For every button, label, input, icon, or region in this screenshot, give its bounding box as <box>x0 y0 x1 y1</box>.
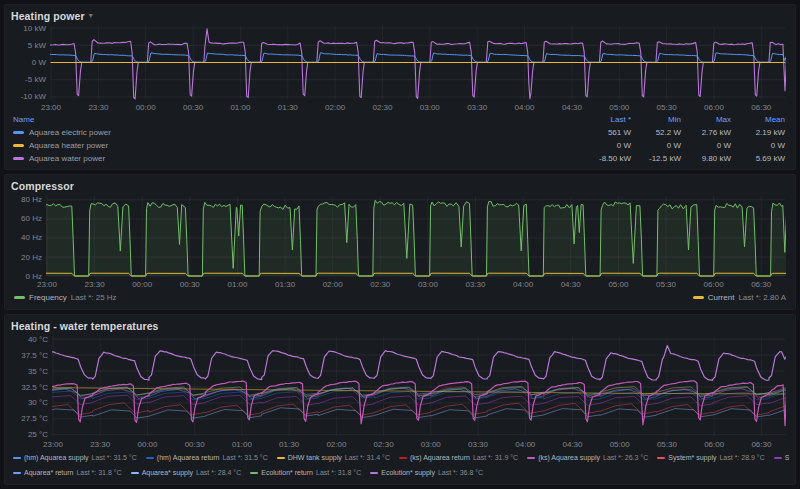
legend-column-min[interactable]: Min <box>631 115 681 124</box>
y-tick-label: 0 W <box>32 58 47 67</box>
y-tick-label: 37.5 °C <box>21 351 48 360</box>
series-color-marker <box>277 457 285 459</box>
legend-item[interactable]: CurrentLast *: 2.80 A <box>693 293 786 302</box>
panel-header-heating-power[interactable]: Heating power ▾ <box>11 8 789 23</box>
y-tick-label: -5 kW <box>25 75 46 84</box>
x-tick-label: 04:00 <box>515 440 536 449</box>
x-tick-label: 05:00 <box>608 280 629 289</box>
x-tick-label: 04:30 <box>561 280 582 289</box>
x-tick-label: 03:30 <box>467 103 488 112</box>
series-color-marker <box>13 472 21 474</box>
series-color-marker <box>131 472 139 474</box>
chevron-down-icon: ▾ <box>89 12 93 20</box>
series-name-text: Ecolution* supply <box>381 469 435 476</box>
series-name-text: Aquarea electric power <box>29 128 111 137</box>
series-name-text: (ks) Aquarea supply <box>538 454 600 461</box>
series-color-marker <box>13 157 24 160</box>
x-tick-label: 03:30 <box>465 280 486 289</box>
series-max-value: 2.76 kW <box>681 128 731 137</box>
series-name-text: Frequency <box>29 293 67 302</box>
compressor-chart[interactable]: 23:0023:3000:0000:3001:0001:3002:0002:30… <box>11 193 789 290</box>
series-color-marker <box>13 131 24 134</box>
x-tick-label: 05:00 <box>609 103 630 112</box>
series-name-text: Aquarea water power <box>29 154 105 163</box>
x-tick-label: 23:30 <box>85 280 106 289</box>
legend-series-name[interactable]: Aquarea water power <box>13 154 581 163</box>
series-last-value: Last *: 31.5 °C <box>222 454 267 461</box>
x-tick-label: 05:30 <box>657 440 678 449</box>
legend-item[interactable]: Ecolution* returnLast *: 31.8 °C <box>250 469 361 476</box>
series-color-marker <box>250 472 258 474</box>
x-tick-label: 06:00 <box>704 103 725 112</box>
heating-power-chart[interactable]: 23:0023:3000:0000:3001:0001:3002:0002:30… <box>11 23 789 113</box>
y-tick-label: 35 °C <box>28 367 48 376</box>
series-line <box>34 29 789 99</box>
x-tick-label: 04:30 <box>562 440 583 449</box>
legend-series-row[interactable]: Aquarea water power-8.50 kW-12.5 kW9.80 … <box>13 152 789 165</box>
series-max-value: 0 W <box>681 141 731 150</box>
y-tick-label: 10 kW <box>23 24 46 33</box>
x-tick-label: 03:00 <box>420 103 441 112</box>
x-tick-label: 00:30 <box>180 280 201 289</box>
x-tick-label: 23:30 <box>90 440 111 449</box>
temperatures-legend: (hm) Aquarea supplyLast *: 31.5 °C(hm) A… <box>11 450 789 480</box>
panel-header-compressor[interactable]: Compressor <box>11 178 789 193</box>
x-tick-label: 23:00 <box>41 103 62 112</box>
y-tick-label: -10 kW <box>21 92 47 101</box>
legend-column-mean[interactable]: Mean <box>731 115 789 124</box>
y-tick-label: 40 Hz <box>21 233 42 242</box>
series-name-text: (ks) Aquarea return <box>410 454 470 461</box>
legend-series-row[interactable]: Aquarea electric power561 W52.2 W2.76 kW… <box>13 126 789 139</box>
legend-column-last[interactable]: Last * <box>581 115 631 124</box>
legend-column-max[interactable]: Max <box>681 115 731 124</box>
legend-item[interactable]: (hm) Aquarea supplyLast *: 31.5 °C <box>13 454 137 461</box>
x-tick-label: 04:00 <box>514 103 535 112</box>
x-tick-label: 01:00 <box>227 280 248 289</box>
legend-item[interactable]: System* supplyLast *: 28.9 °C <box>657 454 764 461</box>
legend-item[interactable]: Aquarea* supplyLast *: 28.4 °C <box>131 469 242 476</box>
x-tick-label: 00:00 <box>132 280 153 289</box>
series-min-value: 0 W <box>631 141 681 150</box>
legend-item[interactable]: (ks) Aquarea returnLast *: 31.9 °C <box>399 454 518 461</box>
series-mean-value: 5.69 kW <box>731 154 789 163</box>
y-tick-label: 30 °C <box>28 398 48 407</box>
series-color-marker <box>693 296 704 299</box>
legend-series-name[interactable]: Aquarea electric power <box>13 128 581 137</box>
legend-item[interactable]: Ecolution* supplyLast *: 36.8 °C <box>370 469 483 476</box>
panel-water-temperatures: Heating - water temperatures 23:0023:300… <box>4 314 796 485</box>
series-name-text: Current <box>708 293 735 302</box>
temps-legend-row-1: (hm) Aquarea supplyLast *: 31.5 °C(hm) A… <box>13 450 789 465</box>
legend-item[interactable]: DHW tank supplyLast *: 31.4 °C <box>277 454 390 461</box>
series-name-text: Aquarea* return <box>24 469 73 476</box>
y-tick-label: 0 Hz <box>26 272 42 281</box>
legend-table: NameLast *MinMaxMeanAquarea electric pow… <box>11 113 789 165</box>
legend-item[interactable]: (hm) Aquarea returnLast *: 31.5 °C <box>146 454 268 461</box>
legend-item[interactable]: Aquarea* returnLast *: 31.8 °C <box>13 469 122 476</box>
series-color-marker <box>370 472 378 474</box>
series-mean-value: 0 W <box>731 141 789 150</box>
series-name-text: DHW tank supply <box>288 454 342 461</box>
series-color-marker <box>146 457 154 459</box>
legend-item[interactable]: FrequencyLast *: 25 Hz <box>14 293 117 302</box>
x-tick-label: 03:00 <box>418 280 439 289</box>
panel-compressor: Compressor 23:0023:3000:0000:3001:0001:3… <box>4 174 796 310</box>
temperatures-chart[interactable]: 23:0023:3000:0000:3001:0001:3002:0002:30… <box>11 333 789 450</box>
legend-series-row[interactable]: Aquarea heater power0 W0 W0 W0 W <box>13 139 789 152</box>
series-color-marker <box>13 144 24 147</box>
x-tick-label: 05:00 <box>610 440 631 449</box>
x-tick-label: 02:30 <box>370 280 391 289</box>
legend-item[interactable]: (ks) Aquarea supplyLast *: 26.3 °C <box>527 454 648 461</box>
x-tick-label: 02:30 <box>372 103 393 112</box>
panel-header-water-temperatures[interactable]: Heating - water temperatures <box>11 318 789 333</box>
x-tick-label: 02:00 <box>326 440 347 449</box>
x-tick-label: 23:00 <box>43 440 64 449</box>
x-tick-label: 00:30 <box>183 103 204 112</box>
legend-series-name[interactable]: Aquarea heater power <box>13 141 581 150</box>
series-name-text: Aquarea* supply <box>142 469 193 476</box>
legend-item[interactable]: System* returnLast *: 30.3 °C <box>774 454 789 461</box>
legend-column-name[interactable]: Name <box>13 115 581 124</box>
x-tick-label: 01:00 <box>232 440 253 449</box>
series-color-marker <box>527 457 535 459</box>
x-tick-label: 05:30 <box>656 280 677 289</box>
series-name-text: System* supply <box>668 454 716 461</box>
